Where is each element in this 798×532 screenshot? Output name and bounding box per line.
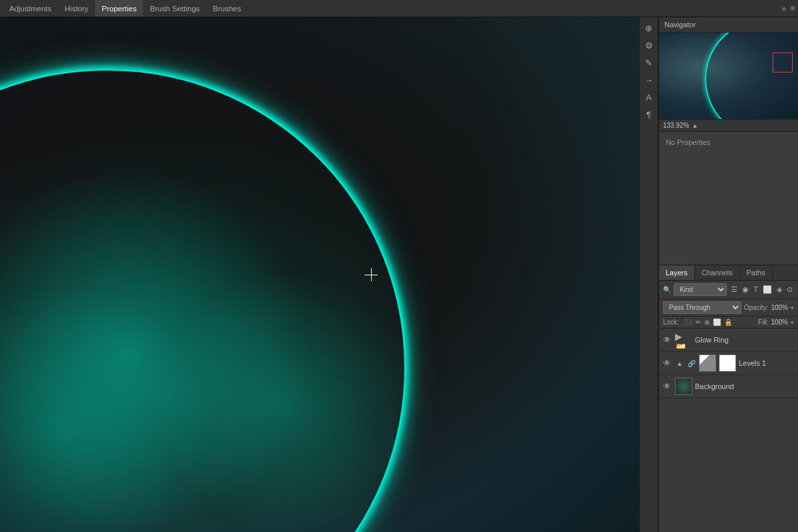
visibility-eye-levels[interactable]: 👁 [663,358,672,368]
paragraph-tool-button[interactable]: ¶ [641,106,657,122]
filter-toggle-icon[interactable]: ⊙ [785,285,794,295]
nav-zoom-value: 133.92% [663,122,689,129]
layer-item-background[interactable]: 👁 Background [659,375,798,398]
arrow-tool-button[interactable]: → [641,72,657,88]
lock-brush-icon[interactable]: ✏ [696,319,701,326]
lock-row: Lock: ⬛ ✏ ⊕ ⬜ 🔒 Fill: 100% ▾ [659,317,798,329]
visibility-eye-glow-ring[interactable]: 👁 [663,335,672,344]
nav-thumb-ring [705,33,798,119]
layer-filter-dropdown[interactable]: Kind [674,283,727,296]
filter-icon-group: ☰ ◉ T ⬜ ◈ ⊙ [730,285,794,295]
sparkle-overlay [0,17,640,532]
layer-name-levels: Levels 1 [739,359,794,367]
navigator-panel: Navigator 133.92% ▲ [659,17,798,132]
visibility-eye-background[interactable]: 👁 [663,382,672,391]
layer-mask-thumb-levels [719,354,736,372]
blend-mode-dropdown[interactable]: Pass Through [663,301,741,314]
arrow-icon: → [644,75,653,85]
layer-name-glow-ring: Glow Ring [695,336,794,344]
layer-thumb-levels [699,354,716,372]
properties-content: No Properties [659,132,798,265]
tab-adjustments[interactable]: Adjustments [3,0,58,17]
nav-zoom-bar: 133.92% ▲ [659,119,798,131]
canvas-area[interactable] [0,17,640,532]
text-icon: A [646,92,652,102]
tab-properties[interactable]: Properties [95,0,143,17]
layer-thumb-background [675,378,692,395]
shape-filter-icon[interactable]: ⬜ [761,285,773,295]
sliders-icon: ⚙ [645,41,653,51]
navigator-title: Navigator [664,21,696,29]
properties-panel: No Properties [659,132,798,265]
properties-tool-button[interactable]: ⚙ [641,37,657,53]
navigator-header: Navigator [659,17,798,33]
main-layout: ⊕ ⚙ ✎ → A ¶ Navigator [0,17,798,532]
type-filter-icon[interactable]: T [752,285,759,295]
lock-position-icon[interactable]: ⊕ [704,319,710,326]
tools-sidebar: ⊕ ⚙ ✎ → A ¶ [640,17,658,532]
opacity-value: 100% [771,304,788,311]
opacity-arrow-icon[interactable]: ▾ [791,305,794,311]
layers-filter-row: 🔍 Kind ☰ ◉ T ⬜ ◈ ⊙ [659,281,798,299]
lock-icons-group: ⬛ ✏ ⊕ ⬜ 🔒 [684,319,732,326]
tab-brushes[interactable]: Brushes [206,0,247,17]
layers-panel: Layers Channels Paths 🔍 Kind ☰ ◉ T [659,265,798,532]
smartobj-filter-icon[interactable]: ◈ [775,285,783,295]
cursor-crosshair [364,268,378,281]
layer-item-glow-ring[interactable]: 👁 ▶📁 Glow Ring [659,329,798,352]
tab-brush-settings[interactable]: Brush Settings [143,0,206,17]
lock-all-icon[interactable]: 🔒 [724,319,732,326]
fill-row: Fill: 100% ▾ [758,319,794,326]
tab-layers[interactable]: Layers [659,265,695,280]
fill-value: 100% [771,319,788,326]
opacity-label: Opacity: [744,304,769,311]
folder-icon: ▶📁 [675,331,686,348]
right-panel: Navigator 133.92% ▲ No Properties Layers [658,17,798,532]
filter-tool-button[interactable]: ⊕ [641,20,657,36]
opacity-row: Opacity: 100% ▾ [744,304,794,311]
no-properties-label: No Properties [666,138,710,146]
pen-tool-button[interactable]: ✎ [641,55,657,70]
tab-overflow[interactable]: » ≡ [781,3,795,13]
tab-history[interactable]: History [58,0,95,17]
adjustment-filter-icon[interactable]: ◉ [741,285,750,295]
layers-tabs: Layers Channels Paths [659,265,798,281]
filter-icon-small: 🔍 [663,286,671,293]
lock-label: Lock: [663,319,679,326]
tab-bar: Adjustments History Properties Brush Set… [0,0,798,17]
lock-artboard-icon[interactable]: ⬜ [713,319,721,326]
filter-icon: ⊕ [645,23,652,33]
layer-thumb-glow-ring: ▶📁 [675,331,692,348]
mask-link-icon: 🔗 [687,358,696,368]
nav-zoom-arrow[interactable]: ▲ [692,122,698,129]
blend-mode-row: Pass Through Opacity: 100% ▾ [659,299,798,317]
navigator-thumbnail [659,33,798,119]
tab-channels[interactable]: Channels [695,265,739,280]
layer-name-background: Background [695,382,794,390]
tab-paths[interactable]: Paths [740,265,773,280]
lock-pixel-icon[interactable]: ⬛ [684,319,692,326]
pen-icon: ✎ [645,58,652,68]
layers-list: 👁 ▶📁 Glow Ring 👁 ▲ 🔗 Levels 1 [659,329,798,532]
pixel-filter-icon[interactable]: ☰ [730,285,739,295]
text-tool-button[interactable]: A [641,89,657,105]
levels-icon: ▲ [675,358,684,368]
fill-arrow-icon[interactable]: ▾ [791,319,794,326]
fill-label: Fill: [758,319,769,326]
nav-thumb-viewport-rect [773,53,793,72]
layer-item-levels[interactable]: 👁 ▲ 🔗 Levels 1 [659,352,798,375]
paragraph-icon: ¶ [646,110,651,120]
